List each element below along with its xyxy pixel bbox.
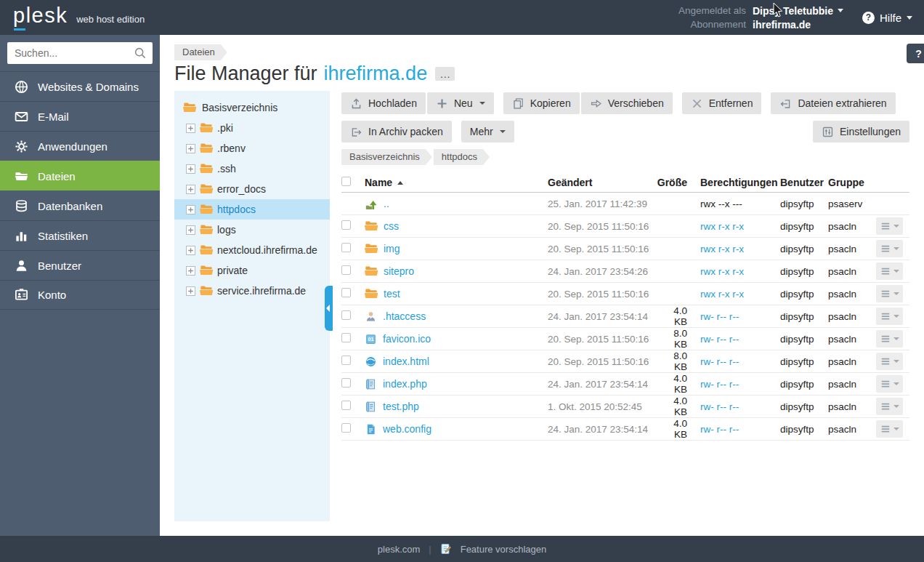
- row-checkbox[interactable]: [341, 356, 351, 365]
- row-checkbox[interactable]: [341, 265, 351, 275]
- row-menu-button[interactable]: [876, 308, 903, 325]
- expand-plus-icon[interactable]: [186, 144, 195, 153]
- sidebar-item-dateien[interactable]: Dateien: [0, 161, 160, 190]
- permissions-link[interactable]: rwx r-x r-x: [700, 289, 744, 300]
- user-menu[interactable]: Dipsy Teletubbie: [753, 5, 843, 17]
- tree-item-nextcloud-ihrefirma-de[interactable]: nextcloud.ihrefirma.de: [174, 240, 330, 260]
- tree-item-service-ihrefirma-de[interactable]: service.ihrefirma.de: [174, 281, 330, 301]
- file-name-link[interactable]: test: [384, 288, 400, 300]
- suggest-feature-link[interactable]: Feature vorschlagen: [461, 544, 547, 555]
- settings-icon: [822, 126, 834, 138]
- file-name-link[interactable]: web.config: [383, 423, 431, 435]
- expand-plus-icon[interactable]: [186, 124, 195, 133]
- folder-orange-icon: [365, 288, 378, 300]
- expand-plus-icon[interactable]: [186, 225, 195, 235]
- tree-item-pki[interactable]: .pki: [174, 118, 330, 138]
- row-checkbox[interactable]: [341, 378, 351, 388]
- column-header-geaendert[interactable]: Geändert: [548, 177, 658, 188]
- permissions-link[interactable]: rwx r-x r-x: [700, 266, 744, 277]
- file-name-link[interactable]: sitepro: [384, 265, 414, 277]
- permissions-link[interactable]: rw- r-- r--: [700, 401, 739, 412]
- tree-item-ssh[interactable]: .ssh: [174, 158, 330, 179]
- permissions-link[interactable]: rw- r-- r--: [700, 379, 739, 390]
- row-checkbox[interactable]: [341, 310, 351, 320]
- expand-plus-icon[interactable]: [186, 205, 195, 214]
- sidebar-item-statistiken[interactable]: Statistiken: [0, 220, 160, 250]
- row-menu-button[interactable]: [876, 217, 903, 235]
- expand-plus-icon[interactable]: [186, 246, 195, 255]
- row-checkbox[interactable]: [341, 288, 351, 297]
- permissions-link[interactable]: rw- r-- r--: [700, 424, 739, 435]
- path-segment-httpdocs[interactable]: httpdocs: [434, 149, 490, 165]
- sidebar-item-benutzer[interactable]: Benutzer: [0, 250, 160, 280]
- tree-items: .pki.rbenv.ssherror_docshttpdocslogsnext…: [174, 118, 330, 301]
- tree-collapse-handle[interactable]: [325, 286, 333, 331]
- toolbar-button-neu[interactable]: Neu: [427, 92, 494, 114]
- permissions-link[interactable]: rwx r-x r-x: [700, 221, 744, 232]
- column-header-benutzer[interactable]: Benutzer: [780, 177, 828, 188]
- tree-item-rbenv[interactable]: .rbenv: [174, 138, 330, 158]
- help-menu[interactable]: ? Hilfe: [862, 12, 912, 24]
- row-checkbox[interactable]: [341, 333, 351, 342]
- permissions-link[interactable]: rw- r-- r--: [700, 311, 739, 322]
- owner-user: dipsyftp: [780, 401, 828, 412]
- toolbar-button-in-archiv-packen[interactable]: In Archiv packen: [341, 121, 452, 142]
- row-menu-button[interactable]: [876, 285, 903, 302]
- title-more-button[interactable]: …: [435, 67, 455, 81]
- row-checkbox[interactable]: [341, 423, 351, 433]
- row-menu-button[interactable]: [876, 398, 903, 415]
- permissions-link[interactable]: rwx r-x r-x: [700, 244, 744, 254]
- expand-plus-icon[interactable]: [186, 266, 195, 276]
- row-menu-button[interactable]: [876, 353, 903, 370]
- plesk-com-link[interactable]: plesk.com: [378, 544, 421, 555]
- row-menu-button[interactable]: [876, 420, 903, 438]
- column-header-berechtigungen[interactable]: Berechtigungen: [700, 177, 780, 188]
- row-checkbox[interactable]: [341, 243, 351, 252]
- permissions-link[interactable]: rw- r-- r--: [700, 356, 739, 367]
- toolbar-button-hochladen[interactable]: Hochladen: [341, 92, 426, 114]
- row-checkbox[interactable]: [341, 220, 351, 230]
- search-input[interactable]: [7, 42, 153, 64]
- file-name-link[interactable]: index.html: [383, 356, 429, 367]
- row-menu-button[interactable]: [876, 330, 903, 348]
- file-size: 4.0 KB: [658, 418, 700, 440]
- row-checkbox[interactable]: [341, 401, 351, 410]
- tree-item-logs[interactable]: logs: [174, 220, 330, 240]
- file-name-link[interactable]: ..: [384, 198, 389, 209]
- tree-item-error-docs[interactable]: error_docs: [174, 179, 330, 199]
- expand-plus-icon[interactable]: [186, 185, 195, 194]
- sidebar-item-konto[interactable]: Konto: [0, 280, 160, 310]
- sidebar-item-anwendungen[interactable]: Anwendungen: [0, 131, 160, 161]
- file-name-link[interactable]: favicon.ico: [383, 333, 431, 345]
- toolbar-button-kopieren[interactable]: Kopieren: [503, 92, 580, 114]
- column-header-name[interactable]: Name: [365, 177, 548, 188]
- column-header-gruppe[interactable]: Gruppe: [828, 177, 876, 188]
- toolbar-button-dateien-extrahieren[interactable]: Dateien extrahieren: [771, 92, 895, 114]
- file-name-link[interactable]: index.php: [383, 378, 427, 390]
- toolbar-button-verschieben[interactable]: Verschieben: [581, 92, 673, 114]
- expand-plus-icon[interactable]: [186, 164, 195, 174]
- tree-item-httpdocs[interactable]: httpdocs: [174, 199, 330, 220]
- breadcrumb-dateien[interactable]: Dateien: [174, 44, 227, 60]
- sidebar-item-e-mail[interactable]: E-Mail: [0, 101, 160, 131]
- file-name-link[interactable]: .htaccess: [383, 310, 426, 322]
- column-header-groesse[interactable]: Größe: [658, 177, 700, 188]
- row-menu-button[interactable]: [876, 262, 903, 280]
- toolbar-button-einstellungen[interactable]: Einstellungen: [813, 121, 909, 142]
- path-segment-basisverzeichnis[interactable]: Basisverzeichnis: [341, 149, 432, 165]
- row-menu-button[interactable]: [876, 240, 903, 257]
- select-all-checkbox[interactable]: [341, 177, 351, 186]
- toolbar-button-entfernen[interactable]: Entfernen: [682, 92, 762, 114]
- tree-item-private[interactable]: private: [174, 260, 330, 281]
- sidebar-item-websites-domains[interactable]: Websites & Domains: [0, 71, 160, 101]
- file-name-link[interactable]: img: [384, 243, 400, 254]
- expand-plus-icon[interactable]: [186, 286, 195, 296]
- file-name-link[interactable]: css: [384, 220, 399, 232]
- context-help-button[interactable]: ?: [907, 44, 924, 63]
- file-name-link[interactable]: test.php: [383, 401, 419, 412]
- toolbar-button-mehr[interactable]: Mehr: [461, 121, 514, 142]
- tree-root-basisverzeichnis[interactable]: Basisverzeichnis: [174, 97, 330, 118]
- sidebar-item-datenbanken[interactable]: Datenbanken: [0, 190, 160, 220]
- row-menu-button[interactable]: [876, 375, 903, 393]
- permissions-link[interactable]: rw- r-- r--: [700, 334, 739, 345]
